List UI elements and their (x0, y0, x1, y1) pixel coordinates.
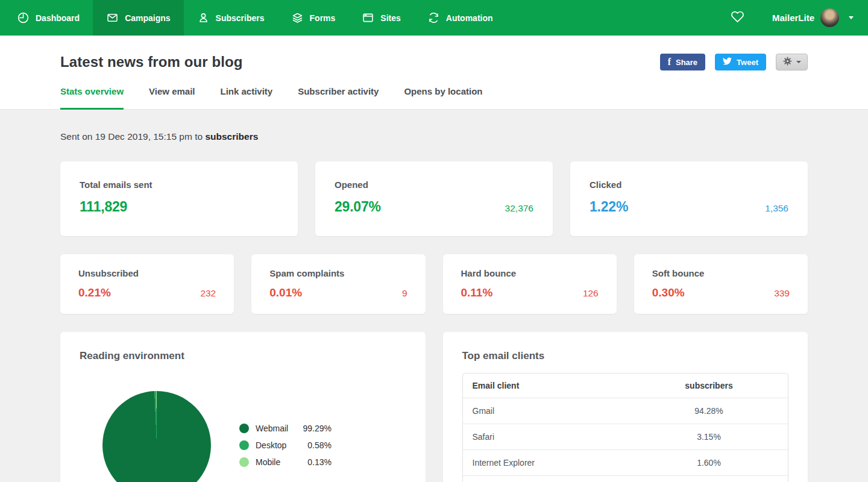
stat-card-spam: Spam complaints 0.01% 9 (251, 254, 425, 314)
client-name: Gmail (473, 406, 640, 416)
nav-item-automation[interactable]: Automation (414, 0, 506, 36)
stat-value: 29.07% (335, 199, 381, 215)
top-email-clients-card: Top email clients Email client subscribe… (443, 332, 808, 482)
card-title: Reading environment (80, 350, 406, 362)
client-share: 1.60% (640, 458, 778, 468)
stat-count: 126 (583, 288, 599, 299)
stat-card-hard-bounce: Hard bounce 0.11% 126 (443, 254, 617, 314)
stat-value: 111,829 (80, 199, 127, 215)
tab-opens-by-location[interactable]: Opens by location (404, 86, 482, 109)
legend-dot (239, 440, 249, 450)
stat-label: Total emails sent (80, 180, 278, 190)
sent-info: Sent on 19 Dec 2019, 15:15 pm to subscri… (60, 131, 808, 142)
nav-label: Campaigns (125, 13, 170, 23)
client-name: Safari (473, 432, 640, 442)
stat-value: 0.01% (269, 286, 302, 299)
bottom-row: Reading environment Webmail 99.29% Deskt… (60, 332, 808, 482)
stat-label: Clicked (590, 180, 788, 190)
sites-icon (362, 11, 374, 24)
table-header-row: Email client subscribers (463, 374, 788, 398)
stat-count: 339 (774, 288, 790, 299)
nav-item-sites[interactable]: Sites (348, 0, 414, 36)
twitter-icon (723, 57, 732, 67)
client-name: Internet Explorer (473, 458, 640, 468)
legend-label: Mobile (256, 457, 294, 467)
settings-dropdown-button[interactable] (776, 54, 808, 70)
nav-label: Sites (380, 13, 400, 23)
reading-environment-pie (102, 391, 211, 482)
nav-label: Subscribers (216, 13, 265, 23)
avatar (820, 8, 839, 27)
tab-link-activity[interactable]: Link activity (221, 86, 273, 109)
column-header: Email client (473, 381, 640, 390)
stat-card-opened: Opened 29.07% 32,376 (315, 161, 553, 236)
account-menu[interactable]: MailerLite (756, 8, 857, 27)
tweet-label: Tweet (737, 58, 758, 67)
table-row: Gmail 94.28% (463, 398, 788, 424)
stat-label: Unsubscribed (78, 268, 216, 278)
legend-value: 0.58% (300, 440, 332, 450)
dashboard-icon (17, 11, 30, 24)
stats-content: Sent on 19 Dec 2019, 15:15 pm to subscri… (0, 110, 868, 482)
column-header: subscribers (640, 381, 778, 390)
header-actions: f Share Tweet (660, 54, 808, 70)
legend-dot (239, 424, 249, 433)
pie-legend: Webmail 99.29% Desktop 0.58% Mobile 0.13… (239, 424, 332, 482)
stat-card-total-sent: Total emails sent 111,829 (60, 161, 298, 236)
stat-count: 1,356 (765, 203, 788, 214)
nav-item-campaigns[interactable]: Campaigns (93, 0, 183, 36)
client-share: 3.15% (640, 432, 778, 442)
tab-subscriber-activity[interactable]: Subscriber activity (298, 86, 379, 109)
nav-label: Dashboard (36, 13, 80, 23)
card-title: Top email clients (462, 350, 789, 362)
table-row: Safari 3.15% (463, 424, 788, 449)
stat-value: 0.30% (652, 286, 685, 299)
client-share: 94.28% (640, 406, 778, 416)
stat-count: 32,376 (505, 203, 533, 214)
stat-label: Hard bounce (461, 268, 599, 278)
nav-item-dashboard[interactable]: Dashboard (4, 0, 93, 36)
legend-dot (239, 457, 249, 467)
table-row: Internet Explorer 1.60% (463, 449, 788, 475)
email-clients-table: Email client subscribers Gmail 94.28% Sa… (462, 373, 789, 482)
gear-icon (782, 56, 793, 68)
nav-item-subscribers[interactable]: Subscribers (184, 0, 278, 36)
table-row-partial (463, 475, 788, 482)
tab-view-email[interactable]: View email (149, 86, 195, 109)
chevron-down-icon (849, 16, 854, 19)
legend-item-desktop: Desktop 0.58% (239, 440, 332, 450)
tab-stats-overview[interactable]: Stats overview (60, 86, 124, 109)
legend-label: Desktop (256, 440, 294, 450)
tabs: Stats overview View email Link activity … (60, 86, 808, 109)
stat-card-unsubscribed: Unsubscribed 0.21% 232 (60, 254, 234, 314)
campaigns-icon (106, 11, 119, 24)
nav-label: Automation (446, 13, 493, 23)
stat-count: 9 (402, 288, 407, 299)
legend-item-mobile: Mobile 0.13% (239, 457, 332, 467)
stat-value: 0.21% (78, 286, 111, 299)
stat-count: 232 (200, 288, 216, 299)
facebook-icon: f (668, 57, 671, 67)
facebook-share-button[interactable]: f Share (660, 54, 705, 70)
legend-label: Webmail (256, 424, 294, 433)
page-title: Latest news from our blog (60, 54, 243, 70)
forms-icon (291, 11, 304, 24)
chevron-down-icon (796, 61, 801, 63)
legend-item-webmail: Webmail 99.29% (239, 424, 332, 433)
stat-label: Opened (335, 180, 533, 190)
tweet-button[interactable]: Tweet (715, 54, 766, 70)
automation-icon (427, 11, 440, 24)
brand-name: MailerLite (772, 13, 814, 23)
audience-label: subscribers (205, 131, 258, 142)
page-header: Latest news from our blog f Share Tweet (0, 36, 868, 110)
stat-value: 0.11% (461, 286, 493, 299)
favorites-button[interactable] (719, 0, 756, 36)
heart-icon (731, 10, 744, 26)
top-nav: Dashboard Campaigns Subscribers Forms Si… (0, 0, 868, 36)
primary-stats-row: Total emails sent 111,829 Opened 29.07% … (60, 161, 808, 236)
stat-label: Spam complaints (269, 268, 407, 278)
nav-item-forms[interactable]: Forms (278, 0, 349, 36)
legend-value: 99.29% (300, 424, 332, 433)
stat-card-clicked: Clicked 1.22% 1,356 (570, 161, 808, 236)
nav-label: Forms (310, 13, 336, 23)
